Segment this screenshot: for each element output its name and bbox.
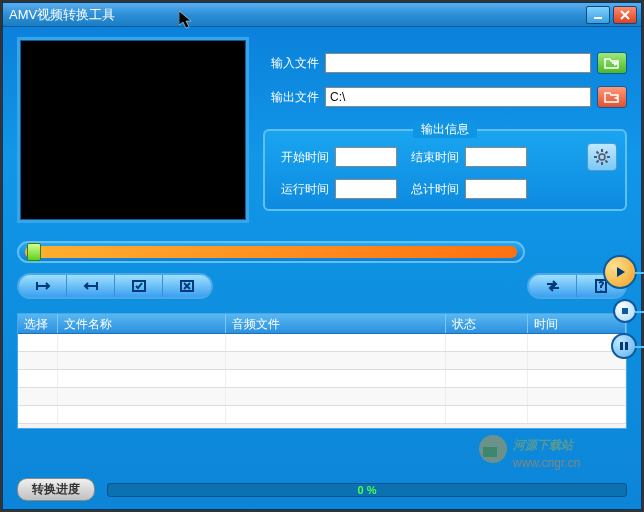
watermark: 河源下载站 www.cngr.cn: [473, 429, 633, 479]
mark-start-button[interactable]: [19, 275, 67, 297]
browse-input-button[interactable]: [597, 52, 627, 74]
total-time-field[interactable]: [465, 179, 527, 199]
output-file-row: 输出文件: [263, 85, 627, 109]
goto-end-icon: [81, 279, 101, 293]
col-audio[interactable]: 音频文件: [226, 314, 446, 333]
app-window: AMV视频转换工具 输入文件 输出文件: [2, 2, 642, 510]
video-preview: [17, 37, 249, 223]
stop-icon: [620, 306, 630, 316]
slider-track: [25, 246, 517, 258]
folder-save-icon: [604, 91, 620, 103]
start-time-label: 开始时间: [273, 149, 329, 166]
progress-bar: 0 %: [107, 483, 627, 497]
svg-rect-9: [483, 447, 497, 457]
seek-slider[interactable]: [17, 241, 525, 263]
play-button[interactable]: [603, 255, 637, 289]
col-filename[interactable]: 文件名称: [58, 314, 226, 333]
table-row[interactable]: [18, 406, 626, 424]
play-icon: [613, 265, 627, 279]
goto-start-icon: [33, 279, 53, 293]
stop-button[interactable]: [613, 299, 637, 323]
output-info-title: 输出信息: [413, 121, 477, 138]
playback-controls: [603, 255, 637, 359]
col-status[interactable]: 状态: [446, 314, 528, 333]
minimize-button[interactable]: [586, 6, 610, 24]
content-area: 输入文件 输出文件 输出信息 开始时间: [3, 27, 641, 509]
start-time-field[interactable]: [335, 147, 397, 167]
convert-button[interactable]: [529, 275, 577, 297]
minimize-icon: [592, 9, 604, 21]
input-file-label: 输入文件: [263, 55, 319, 72]
footer: 转换进度 0 %: [17, 478, 627, 501]
settings-button[interactable]: [587, 143, 617, 171]
total-time-label: 总计时间: [403, 181, 459, 198]
deselect-all-button[interactable]: [163, 275, 211, 297]
titlebar: AMV视频转换工具: [3, 3, 641, 27]
uncheck-icon: [177, 279, 197, 293]
progress-text: 0 %: [358, 484, 377, 496]
output-file-label: 输出文件: [263, 89, 319, 106]
close-button[interactable]: [613, 6, 637, 24]
svg-rect-5: [622, 308, 628, 314]
svg-text:河源下载站: 河源下载站: [512, 438, 575, 452]
progress-label: 转换进度: [17, 478, 95, 501]
output-file-field[interactable]: [325, 87, 591, 107]
run-time-label: 运行时间: [273, 181, 329, 198]
pause-button[interactable]: [611, 333, 637, 359]
col-select[interactable]: 选择: [18, 314, 58, 333]
table-body: [18, 334, 626, 424]
table-row[interactable]: [18, 370, 626, 388]
mark-end-button[interactable]: [67, 275, 115, 297]
mark-group: [17, 273, 213, 299]
table-row[interactable]: [18, 388, 626, 406]
end-time-field[interactable]: [465, 147, 527, 167]
check-icon: [129, 279, 149, 293]
table-header: 选择 文件名称 音频文件 状态 时间: [18, 314, 626, 334]
toolbar: [17, 273, 627, 299]
input-file-row: 输入文件: [263, 51, 627, 75]
file-table: 选择 文件名称 音频文件 状态 时间: [17, 313, 627, 429]
folder-open-icon: [604, 57, 620, 69]
window-title: AMV视频转换工具: [7, 6, 115, 24]
output-info-panel: 输出信息 开始时间 结束时间 运行时间 总计时间: [263, 129, 627, 211]
convert-icon: [543, 279, 563, 293]
run-time-field[interactable]: [335, 179, 397, 199]
slider-handle[interactable]: [27, 243, 41, 261]
browse-output-button[interactable]: [597, 86, 627, 108]
svg-rect-7: [625, 342, 628, 350]
svg-rect-0: [594, 17, 602, 19]
table-row[interactable]: [18, 352, 626, 370]
close-icon: [619, 9, 631, 21]
svg-point-1: [599, 154, 605, 160]
svg-rect-6: [620, 342, 623, 350]
pause-icon: [618, 340, 630, 352]
gear-icon: [593, 148, 611, 166]
table-row[interactable]: [18, 334, 626, 352]
input-file-field[interactable]: [325, 53, 591, 73]
select-all-button[interactable]: [115, 275, 163, 297]
svg-point-8: [479, 435, 507, 463]
end-time-label: 结束时间: [403, 149, 459, 166]
svg-text:www.cngr.cn: www.cngr.cn: [512, 456, 580, 470]
